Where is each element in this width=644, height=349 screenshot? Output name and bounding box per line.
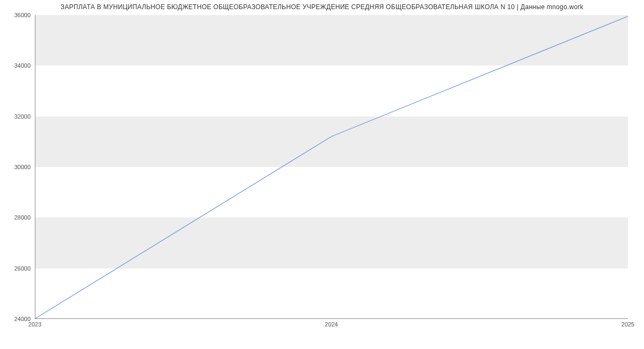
line-series: [35, 15, 628, 318]
y-tick-label: 32000: [0, 113, 35, 120]
y-tick-label: 34000: [0, 62, 35, 69]
x-tick-label: 2024: [325, 321, 338, 328]
chart-title: ЗАРПЛАТА В МУНИЦИПАЛЬНОЕ БЮДЖЕТНОЕ ОБЩЕО…: [0, 3, 644, 11]
y-tick-label: 36000: [0, 12, 35, 18]
plot-area: [35, 15, 628, 319]
x-tick-label: 2023: [28, 321, 41, 328]
y-tick-label: 30000: [0, 164, 35, 170]
x-tick-label: 2025: [621, 321, 634, 328]
y-tick-label: 28000: [0, 214, 35, 221]
y-tick-label: 26000: [0, 265, 35, 272]
